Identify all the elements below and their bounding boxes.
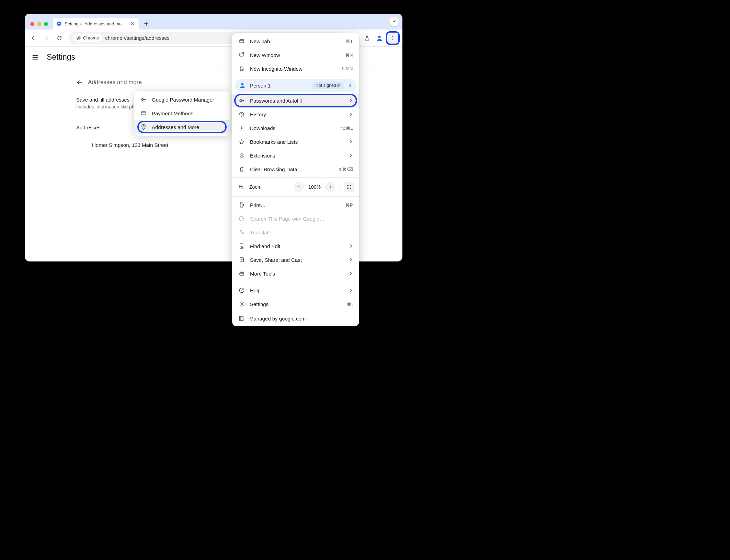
labs-button[interactable] (361, 32, 373, 44)
tab-search-button[interactable] (389, 16, 399, 26)
separator (232, 282, 359, 282)
card-icon (140, 110, 147, 117)
location-icon (140, 124, 147, 130)
svg-point-10 (143, 126, 144, 127)
person-icon (239, 82, 246, 89)
menu-translate: Translate… (232, 225, 359, 239)
window-controls (28, 22, 50, 30)
svg-point-15 (241, 83, 244, 85)
menu-label: New Window (250, 52, 340, 58)
history-icon (238, 111, 245, 118)
menu-label: Settings (250, 301, 342, 307)
svg-point-14 (242, 70, 243, 71)
forward-button[interactable] (41, 32, 52, 44)
new-tab-button[interactable] (141, 19, 151, 28)
menu-label: Passwords and Autofill (250, 98, 344, 104)
menu-print[interactable]: Print… ⌘P (232, 198, 359, 212)
site-chip-label: Chrome (83, 35, 99, 40)
submenu-label: Google Password Manager (152, 97, 224, 103)
svg-rect-24 (240, 316, 243, 320)
signin-status: Not signed in (312, 82, 344, 89)
menu-history[interactable]: History (232, 107, 359, 121)
menu-passwords-autofill[interactable]: Passwords and Autofill (232, 94, 359, 107)
back-arrow-button[interactable] (76, 79, 83, 86)
menu-label: New Tab (250, 38, 341, 44)
svg-point-1 (58, 23, 60, 24)
new-tab-icon (238, 38, 245, 45)
svg-rect-9 (141, 112, 146, 115)
fullscreen-button[interactable] (344, 182, 354, 192)
chevron-right-icon (348, 83, 352, 88)
menu-shortcut: ⌘P (345, 202, 353, 208)
menu-zoom: Zoom − 100% + (232, 179, 359, 195)
menu-downloads[interactable]: Downloads ⌥⌘L (232, 121, 359, 135)
hamburger-menu-button[interactable] (32, 54, 39, 61)
minimize-window-button[interactable] (37, 22, 41, 26)
menu-label: Extensions (250, 153, 344, 159)
menu-new-tab[interactable]: New Tab ⌘T (232, 34, 359, 48)
menu-save-share-cast[interactable]: Save, Share, and Cast (232, 253, 359, 267)
svg-point-16 (240, 100, 242, 102)
profile-button[interactable] (374, 32, 385, 44)
submenu-password-manager[interactable]: Google Password Manager (134, 93, 230, 106)
menu-clear-data[interactable]: Clear Browsing Data… ⇧⌘⌫ (232, 162, 359, 176)
kebab-icon (390, 35, 396, 41)
chevron-right-icon (349, 288, 353, 292)
menu-shortcut: ⌥⌘L (340, 126, 353, 131)
find-icon (238, 243, 245, 249)
menu-settings[interactable]: Settings ⌘, (232, 297, 359, 311)
chevron-right-icon (349, 258, 353, 262)
chevron-right-icon (349, 244, 353, 248)
close-tab-button[interactable] (130, 21, 135, 26)
menu-extensions[interactable]: Extensions (232, 149, 359, 162)
menu-profile[interactable]: Person 1 Not signed in (235, 79, 356, 92)
menu-label: More Tools (250, 271, 344, 277)
menu-help[interactable]: Help (232, 283, 359, 297)
menu-label: Clear Browsing Data… (250, 166, 333, 172)
close-window-button[interactable] (30, 22, 34, 26)
reload-button[interactable] (54, 32, 65, 44)
submenu-payment-methods[interactable]: Payment Methods (134, 106, 230, 120)
zoom-in-button[interactable]: + (325, 182, 335, 192)
maximize-window-button[interactable] (44, 22, 48, 26)
save-icon (238, 256, 245, 263)
zoom-out-button[interactable]: − (294, 182, 304, 192)
building-icon (238, 315, 244, 322)
menu-find-edit[interactable]: Find and Edit (232, 239, 359, 253)
trash-icon (238, 166, 245, 173)
menu-new-incognito[interactable]: New Incognito Window ⇧⌘N (232, 62, 359, 75)
separator (232, 177, 359, 178)
menu-bookmarks[interactable]: Bookmarks and Lists (232, 135, 359, 149)
menu-label: Translate… (250, 230, 353, 235)
menu-more-tools[interactable]: More Tools (232, 267, 359, 280)
svg-rect-12 (240, 53, 243, 56)
svg-point-8 (141, 98, 144, 101)
separator (232, 196, 359, 197)
chevron-right-icon (349, 140, 353, 144)
svg-point-23 (241, 303, 243, 305)
tab-strip: Settings - Addresses and mo (25, 14, 402, 30)
gear-icon (56, 21, 62, 26)
submenu-addresses-more[interactable]: Addresses and More (134, 120, 230, 134)
chevron-right-icon (349, 153, 353, 158)
print-icon (238, 201, 245, 208)
menu-new-window[interactable]: New Window ⌘N (232, 48, 359, 62)
extensions-icon (238, 152, 245, 159)
browser-tab[interactable]: Settings - Addresses and mo (53, 18, 139, 30)
site-chip[interactable]: Chrome (73, 34, 102, 42)
url-text: chrome://settings/addresses (105, 35, 170, 41)
chrome-menu-button[interactable] (386, 31, 400, 45)
tab-title: Settings - Addresses and mo (65, 21, 127, 26)
back-button[interactable] (27, 32, 39, 44)
menu-label: Find and Edit (250, 243, 344, 249)
menu-managed-by[interactable]: Managed by google.com (232, 311, 359, 326)
menu-label: Search This Page with Google… (250, 216, 353, 222)
section-title: Addresses and more (88, 79, 142, 86)
toolbox-icon (238, 270, 245, 277)
gear-icon (238, 301, 245, 307)
autofill-submenu: Google Password Manager Payment Methods … (134, 91, 230, 136)
separator (232, 77, 359, 77)
chrome-menu: New Tab ⌘T New Window ⌘N New Incognito W… (232, 33, 359, 326)
chrome-logo-icon (76, 36, 81, 40)
menu-shortcut: ⌘, (347, 302, 353, 307)
